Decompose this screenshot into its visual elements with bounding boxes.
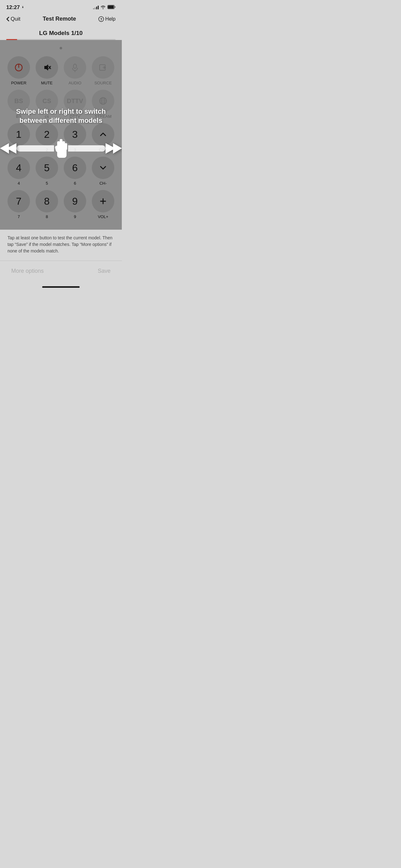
back-label: Quit bbox=[11, 16, 20, 22]
home-indicator bbox=[0, 283, 122, 294]
swipe-arrows bbox=[0, 134, 122, 162]
model-section: LG Models 1/10 bbox=[0, 27, 122, 40]
bottom-section: Tap at least one button to test the curr… bbox=[0, 230, 122, 254]
help-icon: ? bbox=[98, 16, 104, 22]
arrow-bar-left bbox=[16, 145, 54, 152]
back-chevron-icon bbox=[6, 17, 9, 22]
battery-icon bbox=[107, 5, 115, 10]
left-arrow-icon bbox=[0, 141, 16, 156]
home-bar bbox=[42, 286, 80, 288]
swipe-overlay: Swipe left or right to switch between di… bbox=[0, 40, 122, 230]
wifi-icon bbox=[101, 5, 106, 10]
location-icon bbox=[21, 6, 25, 9]
bottom-buttons: More options Save bbox=[0, 260, 122, 283]
svg-marker-31 bbox=[113, 143, 122, 153]
time-display: 12:27 bbox=[6, 4, 20, 11]
svg-rect-1 bbox=[108, 6, 114, 9]
arrow-bar-right bbox=[68, 145, 106, 152]
hand-cursor-icon bbox=[51, 134, 71, 162]
right-arrow-icon bbox=[106, 141, 122, 156]
help-button[interactable]: ? Help bbox=[98, 16, 115, 22]
status-bar: 12:27 bbox=[0, 0, 122, 12]
nav-bar: Quit Test Remote ? Help bbox=[0, 12, 122, 27]
model-title: LG Models 1/10 bbox=[6, 30, 115, 36]
save-button[interactable]: Save bbox=[93, 265, 115, 277]
svg-rect-24 bbox=[60, 139, 63, 149]
svg-text:?: ? bbox=[100, 18, 102, 21]
status-icons bbox=[93, 5, 115, 10]
page-title: Test Remote bbox=[43, 16, 76, 22]
instructions-text: Tap at least one button to test the curr… bbox=[7, 235, 114, 254]
back-button[interactable]: Quit bbox=[6, 16, 20, 22]
remote-area: POWER MUTE AUDIO bbox=[0, 40, 122, 230]
status-time: 12:27 bbox=[6, 4, 25, 11]
help-label: Help bbox=[105, 16, 115, 22]
swipe-message: Swipe left or right to switch between di… bbox=[0, 107, 122, 125]
svg-rect-26 bbox=[62, 141, 65, 150]
svg-marker-22 bbox=[0, 143, 9, 153]
more-options-button[interactable]: More options bbox=[6, 265, 49, 277]
signal-icon bbox=[93, 6, 99, 9]
svg-rect-27 bbox=[65, 143, 67, 150]
